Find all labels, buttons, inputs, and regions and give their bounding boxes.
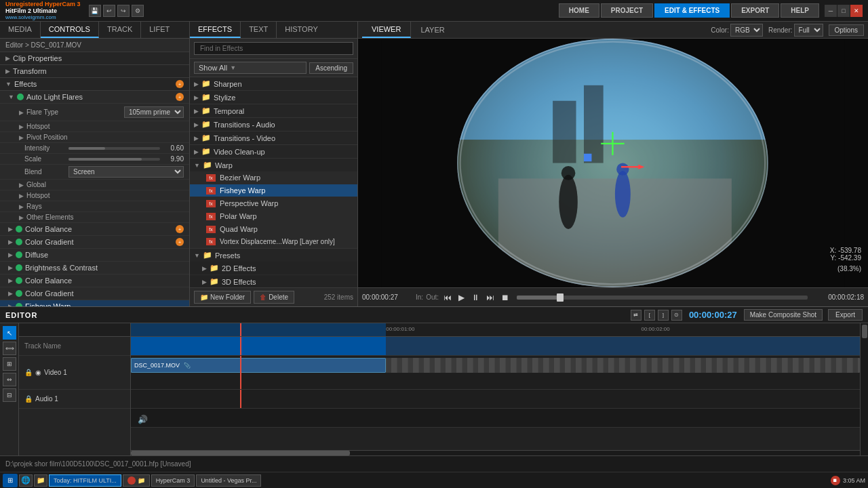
undo-icon[interactable]: ↩ xyxy=(103,5,115,17)
blend-select[interactable]: Screen xyxy=(68,166,184,178)
fisheye-warp-row[interactable]: ▶ Fisheye Warp xyxy=(0,300,189,306)
color-balance-row[interactable]: ▶ Color Balance + xyxy=(0,223,189,236)
rays-row[interactable]: ▶ Rays xyxy=(0,201,189,212)
other-elements-row[interactable]: ▶ Other Elements xyxy=(0,212,189,223)
taskbar-item-hitfilm2[interactable]: Untitled - Vegas Pr... xyxy=(196,474,261,487)
timeline-scrollbar[interactable] xyxy=(131,450,860,455)
edit-button[interactable]: EDIT & EFFECTS xyxy=(654,3,730,18)
temporal-header[interactable]: ▶ 📁 Temporal xyxy=(190,104,357,117)
new-folder-button[interactable]: 📁 New Folder xyxy=(194,291,251,304)
video-lock-icon[interactable]: 🔒 xyxy=(24,369,33,376)
vertical-scrollbar[interactable] xyxy=(860,323,868,455)
arrows-icon[interactable]: ⇄ xyxy=(631,310,642,321)
slip-tool[interactable]: ⇔ xyxy=(3,373,16,386)
delete-button[interactable]: 🗑 Delete xyxy=(254,291,294,304)
sharpen-header[interactable]: ▶ 📁 Sharpen xyxy=(190,77,357,90)
settings-icon[interactable]: ⚙ xyxy=(132,5,144,17)
effect-subgroup-3d[interactable]: ▶ 📁 3D Effects xyxy=(190,275,357,287)
tab-history[interactable]: HISTORY xyxy=(277,22,326,38)
save-icon[interactable]: 💾 xyxy=(89,5,101,17)
render-select[interactable]: Full xyxy=(794,24,823,37)
stop-button[interactable]: ⏹ xyxy=(499,291,511,304)
timeline-tracks: DSC_0017.MOV 📎 xyxy=(131,337,860,450)
tab-media[interactable]: MEDIA xyxy=(0,22,41,38)
effects-search-input[interactable] xyxy=(194,42,353,55)
help-button[interactable]: HELP xyxy=(781,3,819,18)
mark-in-icon[interactable]: [ xyxy=(644,310,655,321)
transform-header[interactable]: ▶ Transform xyxy=(0,65,189,78)
maximize-button[interactable]: □ xyxy=(837,5,850,17)
effect-subgroup-2d[interactable]: ▶ 📁 2D Effects xyxy=(190,262,357,275)
tab-layer[interactable]: LAYER xyxy=(411,22,454,37)
hotspot-row[interactable]: ▶ Hotspot xyxy=(0,121,189,132)
color-gradient-row[interactable]: ▶ Color Gradient + xyxy=(0,236,189,249)
mark-out-icon[interactable]: ] xyxy=(658,310,669,321)
brightness-contrast-row[interactable]: ▶ Brightness & Contrast xyxy=(0,262,189,274)
taskbar-item-hitfilm[interactable]: Today: HITFILM ULTI... xyxy=(49,474,121,487)
record-icon[interactable]: ⊙ xyxy=(671,310,682,321)
color-label: Color: xyxy=(711,26,729,34)
warp-item-vortex[interactable]: fx Vortex Displaceme...Warp [Layer only] xyxy=(190,236,357,248)
track-select-tool[interactable]: ⊞ xyxy=(3,357,16,371)
time-mark-2: 00:00:02:00 xyxy=(642,326,670,332)
home-button[interactable]: HOME xyxy=(559,3,599,18)
video-mute-icon[interactable]: ◉ xyxy=(35,369,41,376)
project-button[interactable]: PROJECT xyxy=(601,3,653,18)
prev-frame-button[interactable]: ⏮ xyxy=(441,291,454,304)
show-all-button[interactable]: Show All ▼ xyxy=(194,62,307,74)
start-button[interactable]: ⊞ xyxy=(3,474,18,487)
play-button[interactable]: ▶ xyxy=(456,291,467,304)
video-clip-block[interactable]: DSC_0017.MOV 📎 xyxy=(131,358,386,373)
make-composite-button[interactable]: Make Composite Shot xyxy=(744,309,823,321)
warp-item-polar[interactable]: fx Polar Warp xyxy=(190,210,357,223)
ripple-tool[interactable]: ⟺ xyxy=(3,342,16,355)
timeline-scrubber[interactable] xyxy=(517,296,808,300)
minimize-button[interactable]: ─ xyxy=(825,5,837,17)
tab-track[interactable]: TRACK xyxy=(99,22,141,38)
redo-icon[interactable]: ↪ xyxy=(117,5,130,17)
pivot-position-row[interactable]: ▶ Pivot Position xyxy=(0,132,189,143)
presets-header[interactable]: ▼ 📁 Presets xyxy=(190,249,357,262)
stylize-header[interactable]: ▶ 📁 Stylize xyxy=(190,91,357,104)
pause-button[interactable]: ⏸ xyxy=(469,291,481,304)
taskbar-item-vegas[interactable]: HyperCam 3 xyxy=(151,474,195,487)
warp-item-perspective[interactable]: fx Perspective Warp xyxy=(190,197,357,210)
effects-search-box xyxy=(190,39,357,59)
global-row[interactable]: ▶ Global xyxy=(0,180,189,190)
warp-item-bezier[interactable]: fx Bezier Warp xyxy=(190,171,357,184)
clip-properties-header[interactable]: ▶ Clip Properties xyxy=(0,52,189,65)
color-gradient2-row[interactable]: ▶ Color Gradient xyxy=(0,287,189,300)
diffuse-row[interactable]: ▶ Diffuse xyxy=(0,249,189,262)
video-cleanup-header[interactable]: ▶ 📁 Video Clean-up xyxy=(190,145,357,158)
tab-controls[interactable]: CONTROLS xyxy=(41,22,99,38)
tab-effects[interactable]: EFFECTS xyxy=(190,22,241,38)
slide-tool[interactable]: ⊟ xyxy=(3,388,16,402)
export-button-editor[interactable]: Export xyxy=(828,309,863,321)
folder-icon[interactable]: 📁 xyxy=(34,474,47,487)
warp-header[interactable]: ▼ 📁 Warp xyxy=(190,159,357,171)
export-button[interactable]: EXPORT xyxy=(731,3,779,18)
taskbar-item-hypercam[interactable]: 📁 xyxy=(123,474,150,487)
left-panel-tabs: MEDIA CONTROLS TRACK LIFET xyxy=(0,22,189,39)
flare-type-select[interactable]: 105mm prime xyxy=(124,106,184,118)
tab-lifet[interactable]: LIFET xyxy=(141,22,178,38)
trans-video-header[interactable]: ▶ 📁 Transitions - Video xyxy=(190,131,357,144)
close-button[interactable]: ✕ xyxy=(850,5,863,17)
tab-viewer[interactable]: VIEWER xyxy=(362,22,411,38)
tab-text[interactable]: TEXT xyxy=(241,22,277,38)
next-frame-button[interactable]: ⏭ xyxy=(484,291,496,304)
stop-recording-icon[interactable]: ⏹ xyxy=(831,476,840,485)
warp-item-quad[interactable]: fx Quad Warp xyxy=(190,223,357,236)
color-select[interactable]: RGB xyxy=(730,24,763,37)
browser-icon[interactable]: 🌐 xyxy=(19,474,33,487)
select-tool[interactable]: ↖ xyxy=(3,326,16,340)
sort-button[interactable]: Ascending xyxy=(309,62,353,74)
auto-light-flares-row[interactable]: ▼ Auto Light Flares + xyxy=(0,91,189,104)
hotspot2-row[interactable]: ▶ Hotspot xyxy=(0,190,189,201)
warp-item-fisheye[interactable]: fx Fisheye Warp xyxy=(190,184,357,197)
options-button[interactable]: Options xyxy=(829,24,864,36)
color-balance2-row[interactable]: ▶ Color Balance xyxy=(0,274,189,287)
effects-header[interactable]: ▼ Effects + xyxy=(0,78,189,91)
audio-lock-icon[interactable]: 🔒 xyxy=(24,395,33,403)
trans-audio-header[interactable]: ▶ 📁 Transitions - Audio xyxy=(190,118,357,131)
